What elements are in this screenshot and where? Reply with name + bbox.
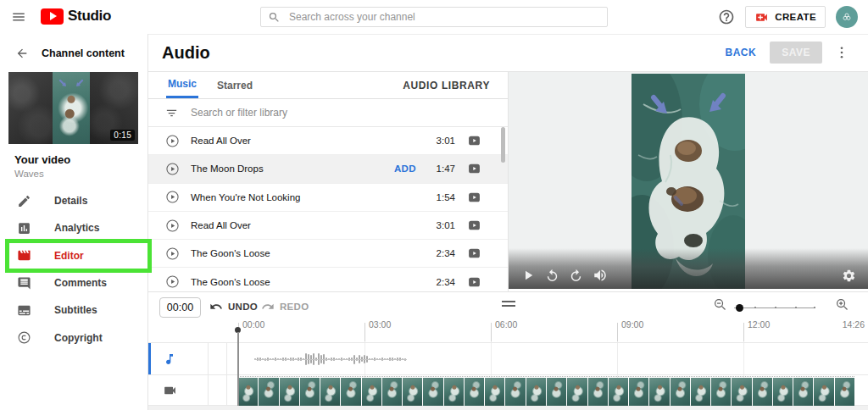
track-duration: 3:01 [430, 220, 455, 230]
track-row[interactable]: The Moon Drops ADD 1:47 [148, 155, 508, 183]
filmstrip-frame [526, 378, 546, 406]
zoom-slider-knob[interactable] [736, 304, 743, 312]
forward-10-icon[interactable] [569, 269, 583, 283]
track-duration: 1:47 [430, 163, 455, 174]
channel-search-input[interactable] [287, 10, 600, 24]
video-title: Your video [14, 153, 70, 166]
brand-text: Studio [68, 8, 111, 25]
ruler-tick-label: 09:00 [621, 319, 643, 330]
video-subtitle: Waves [14, 169, 44, 179]
panel-drag-handle[interactable] [502, 301, 515, 308]
filmstrip-frame [362, 378, 381, 406]
filmstrip-frame [382, 378, 402, 406]
track-add-button[interactable]: ADD [394, 163, 416, 174]
play-track-icon[interactable] [165, 190, 180, 204]
track-title: Read All Over [191, 220, 251, 230]
track-row[interactable]: When You're Not Looking 1:54 [148, 184, 508, 212]
play-icon[interactable] [520, 268, 536, 283]
youtube-link-icon[interactable] [466, 135, 482, 147]
sidebar-item-label: Subtitles [54, 304, 97, 316]
youtube-link-icon[interactable] [466, 163, 482, 175]
track-row[interactable]: The Goon's Loose 2:34 [148, 240, 508, 268]
library-filter-input[interactable] [189, 106, 508, 119]
kebab-menu-icon[interactable] [834, 45, 849, 60]
account-avatar[interactable] [836, 6, 858, 28]
library-tabs: Music Starred AUDIO LIBRARY [148, 72, 508, 99]
filmstrip-frame [444, 378, 464, 406]
play-track-icon[interactable] [165, 134, 180, 148]
audio-track-lane[interactable] [148, 342, 868, 374]
sidebar-item-comments[interactable]: Comments [0, 269, 148, 296]
thumbnail-dark-left [8, 72, 53, 144]
redo-button[interactable]: REDO [261, 300, 309, 313]
filmstrip-frame [588, 378, 608, 406]
video-thumbnail[interactable]: 0:15 [8, 72, 138, 144]
library-filter-bar[interactable] [148, 99, 508, 127]
sidebar-item-label: Copyright [54, 332, 103, 344]
settings-gear-icon[interactable] [842, 269, 856, 283]
youtube-link-icon[interactable] [466, 276, 482, 288]
play-track-icon[interactable] [165, 274, 180, 289]
track-row[interactable]: The Goon's Loose 2:34 [148, 268, 508, 291]
video-preview-panel [509, 72, 868, 289]
channel-search-box[interactable] [260, 7, 608, 27]
track-row[interactable]: Read All Over 3:01 [148, 127, 508, 155]
youtube-link-icon[interactable] [466, 191, 482, 203]
filter-icon [165, 107, 178, 119]
filmstrip-frame [485, 378, 504, 406]
zoom-out-icon[interactable] [713, 297, 727, 312]
timeline-zoom-slider[interactable] [734, 304, 815, 313]
undo-button[interactable]: UNDO [209, 300, 258, 313]
filmstrip-frame [670, 378, 690, 406]
youtube-link-icon[interactable] [466, 219, 482, 231]
audio-header: Audio BACK SAVE [148, 34, 868, 72]
search-icon [268, 11, 281, 24]
ruler-tick-line [743, 323, 744, 341]
redo-label: REDO [280, 302, 309, 312]
sidebar-item-copyright[interactable]: Copyright [0, 324, 148, 351]
create-label: CREATE [775, 12, 816, 22]
tab-starred[interactable]: Starred [215, 72, 254, 98]
play-track-icon[interactable] [165, 247, 180, 261]
sidebar: Channel content 0:15 Your video Waves De… [0, 34, 148, 410]
sidebar-item-label: Editor [54, 250, 84, 262]
hamburger-menu-icon[interactable] [11, 9, 26, 25]
create-button[interactable]: CREATE [745, 6, 826, 28]
filmstrip-frame [341, 378, 360, 406]
filmstrip-frame [691, 378, 710, 406]
camera-icon [163, 383, 177, 397]
zoom-in-icon[interactable] [835, 297, 849, 312]
track-duration: 1:54 [430, 192, 455, 202]
editor-highlight-box[interactable]: Editor [5, 239, 152, 273]
youtube-logo-icon [41, 8, 64, 25]
list-scrollbar[interactable] [501, 127, 505, 163]
replay-10-icon[interactable] [545, 269, 559, 283]
studio-logo[interactable]: Studio [41, 8, 111, 25]
sidebar-item-details[interactable]: Details [0, 187, 148, 214]
video-filmstrip[interactable] [238, 376, 854, 406]
duration-badge: 0:15 [110, 130, 135, 141]
play-track-icon[interactable] [165, 162, 180, 176]
save-button[interactable]: SAVE [770, 42, 822, 64]
youtube-link-icon[interactable] [466, 247, 482, 259]
tab-music[interactable]: Music [166, 72, 198, 98]
timeline-ruler[interactable]: 00:0003:0006:0009:0012:0014:26 [148, 318, 868, 341]
gutter-separator [208, 342, 209, 406]
back-button[interactable]: BACK [726, 47, 757, 58]
back-to-channel-content[interactable]: Channel content [15, 47, 125, 60]
video-track-lane[interactable] [148, 374, 868, 406]
sidebar-item-subtitles[interactable]: Subtitles [0, 296, 148, 324]
help-icon[interactable] [718, 8, 735, 25]
audio-library-panel: Music Starred AUDIO LIBRARY Read All Ove… [148, 72, 509, 291]
filmstrip-frame [280, 378, 299, 406]
filmstrip-frame [547, 378, 566, 406]
main-panel: Audio BACK SAVE Music Starred AUDIO LIBR… [148, 34, 868, 410]
filmstrip-frame [300, 378, 320, 406]
play-track-icon[interactable] [165, 219, 180, 233]
current-time-input[interactable]: 00:00 [159, 297, 201, 318]
sidebar-item-editor[interactable]: Editor [0, 242, 148, 269]
volume-icon[interactable] [593, 268, 608, 283]
track-row[interactable]: Read All Over 3:01 [148, 212, 508, 240]
audio-waveform [254, 348, 407, 370]
audio-library-link[interactable]: AUDIO LIBRARY [403, 72, 490, 98]
